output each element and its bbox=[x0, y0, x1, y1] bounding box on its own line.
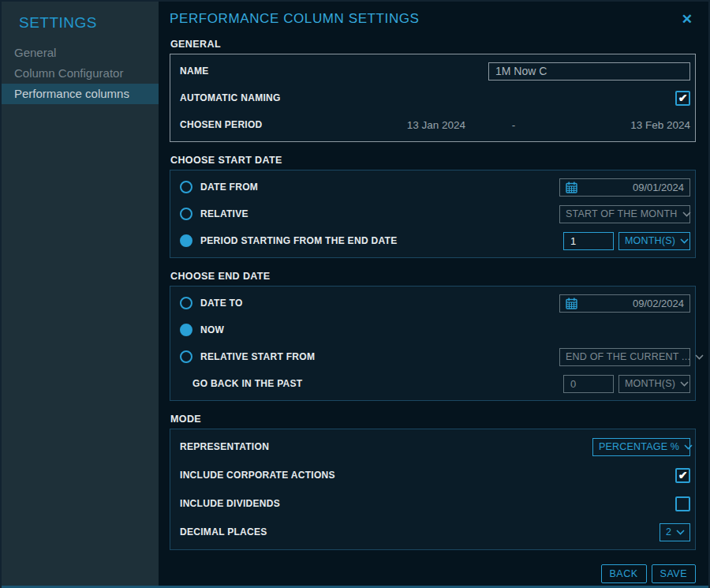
decimal-places-dropdown[interactable]: 2 bbox=[660, 523, 690, 541]
dividends-label: INCLUDE DIVIDENDS bbox=[180, 498, 280, 509]
now-radio[interactable] bbox=[180, 324, 192, 336]
date-from-label: DATE FROM bbox=[200, 182, 258, 193]
section-label-choose-start-date: CHOOSE START DATE bbox=[170, 155, 696, 166]
date-from-value: 09/01/2024 bbox=[633, 182, 684, 193]
sidebar-item-label: General bbox=[14, 46, 56, 59]
row-relative-start-from: RELATIVE START FROM END OF THE CURRENT .… bbox=[170, 343, 695, 370]
section-label-choose-end-date: CHOOSE END DATE bbox=[170, 271, 696, 282]
date-from-radio[interactable] bbox=[180, 181, 192, 193]
chevron-down-icon bbox=[695, 354, 704, 360]
row-relative-start: RELATIVE START OF THE MONTH bbox=[170, 200, 695, 227]
chevron-down-icon bbox=[680, 238, 689, 244]
decimal-places-dropdown-value: 2 bbox=[666, 526, 671, 537]
save-button[interactable]: SAVE bbox=[652, 564, 696, 583]
sidebar-title: SETTINGS bbox=[19, 14, 159, 32]
row-now: NOW bbox=[170, 316, 695, 343]
relative-label: RELATIVE bbox=[200, 208, 248, 219]
name-label: NAME bbox=[180, 66, 209, 77]
period-unit-dropdown[interactable]: MONTH(S) bbox=[618, 232, 690, 250]
row-decimal-places: DECIMAL PLACES 2 bbox=[170, 518, 695, 546]
check-icon: ✔ bbox=[678, 92, 688, 103]
sidebar-item-general[interactable]: General bbox=[2, 43, 159, 63]
section-choose-start-date: DATE FROM 09/01/2024 RELATIVE START OF T… bbox=[170, 170, 696, 258]
automatic-naming-checkbox[interactable]: ✔ bbox=[675, 91, 690, 106]
settings-window: SETTINGS General Column Configurator Per… bbox=[0, 0, 710, 588]
row-chosen-period: CHOSEN PERIOD 13 Jan 2024 - 13 Feb 2024 bbox=[170, 111, 695, 138]
date-to-radio[interactable] bbox=[180, 297, 192, 309]
date-to-input[interactable]: 09/02/2024 bbox=[559, 294, 690, 313]
sidebar: SETTINGS General Column Configurator Per… bbox=[2, 2, 159, 588]
period-end-value: 13 Feb 2024 bbox=[562, 119, 690, 131]
period-separator: - bbox=[470, 119, 557, 131]
row-name: NAME bbox=[170, 58, 695, 84]
row-automatic-naming: AUTOMATIC NAMING ✔ bbox=[170, 84, 695, 111]
period-unit-dropdown-value: MONTH(S) bbox=[625, 235, 675, 246]
chosen-period-label: CHOSEN PERIOD bbox=[180, 119, 263, 130]
chevron-down-icon bbox=[680, 381, 689, 387]
go-back-label: GO BACK IN THE PAST bbox=[192, 378, 302, 389]
sidebar-item-label: Column Configurator bbox=[14, 66, 123, 80]
date-to-label: DATE TO bbox=[200, 298, 243, 309]
representation-label: REPRESENTATION bbox=[180, 441, 269, 452]
go-back-unit-dropdown[interactable]: MONTH(S) bbox=[618, 375, 690, 393]
chevron-down-icon bbox=[684, 444, 693, 450]
panel-header: PERFORMANCE COLUMN SETTINGS ✕ bbox=[170, 2, 696, 36]
row-representation: REPRESENTATION PERCENTAGE % bbox=[170, 433, 695, 461]
date-from-input[interactable]: 09/01/2024 bbox=[559, 178, 690, 197]
name-input[interactable] bbox=[488, 62, 690, 81]
page-title: PERFORMANCE COLUMN SETTINGS bbox=[170, 11, 420, 27]
go-back-count-input[interactable] bbox=[563, 375, 614, 393]
period-count-input[interactable] bbox=[563, 232, 614, 250]
period-starting-label: PERIOD STARTING FROM THE END DATE bbox=[200, 235, 397, 246]
section-label-general: GENERAL bbox=[170, 39, 696, 50]
relative-start-from-dropdown-value: END OF THE CURRENT ... bbox=[566, 351, 690, 362]
relative-start-dropdown-value: START OF THE MONTH bbox=[566, 208, 678, 219]
automatic-naming-label: AUTOMATIC NAMING bbox=[180, 92, 281, 103]
section-mode: REPRESENTATION PERCENTAGE % INCLUDE CORP… bbox=[170, 429, 696, 550]
back-button[interactable]: BACK bbox=[601, 564, 647, 583]
sidebar-item-column-configurator[interactable]: Column Configurator bbox=[2, 63, 159, 84]
sidebar-item-performance-columns[interactable]: Performance columns bbox=[2, 84, 159, 104]
row-period-starting: PERIOD STARTING FROM THE END DATE MONTH(… bbox=[170, 227, 695, 254]
section-general: NAME AUTOMATIC NAMING ✔ CHOSEN PERIOD 13… bbox=[170, 54, 696, 142]
row-go-back: GO BACK IN THE PAST MONTH(S) bbox=[170, 370, 695, 397]
go-back-unit-dropdown-value: MONTH(S) bbox=[625, 378, 675, 389]
sidebar-item-label: Performance columns bbox=[14, 87, 129, 100]
now-label: NOW bbox=[200, 324, 224, 335]
relative-radio[interactable] bbox=[180, 208, 192, 220]
chevron-down-icon bbox=[682, 212, 691, 217]
date-to-value: 09/02/2024 bbox=[633, 298, 684, 309]
close-icon[interactable]: ✕ bbox=[678, 13, 696, 26]
period-start-value: 13 Jan 2024 bbox=[337, 119, 465, 131]
calendar-icon bbox=[566, 182, 577, 193]
performance-column-settings-panel: PERFORMANCE COLUMN SETTINGS ✕ GENERAL NA… bbox=[159, 2, 708, 588]
corporate-actions-label: INCLUDE CORPORATE ACTIONS bbox=[180, 470, 335, 481]
check-icon: ✔ bbox=[678, 470, 688, 481]
section-label-mode: MODE bbox=[170, 414, 696, 425]
section-choose-end-date: DATE TO 09/02/2024 NOW RELATIVE START FR… bbox=[170, 286, 696, 401]
dividends-checkbox[interactable] bbox=[675, 496, 690, 511]
chevron-down-icon bbox=[676, 530, 685, 535]
decimal-places-label: DECIMAL PLACES bbox=[180, 526, 267, 537]
relative-start-from-radio[interactable] bbox=[180, 350, 192, 363]
row-date-from: DATE FROM 09/01/2024 bbox=[170, 174, 695, 200]
row-dividends: INCLUDE DIVIDENDS bbox=[170, 489, 695, 518]
relative-start-dropdown[interactable]: START OF THE MONTH bbox=[559, 205, 690, 223]
row-corporate-actions: INCLUDE CORPORATE ACTIONS ✔ bbox=[170, 461, 695, 489]
representation-dropdown[interactable]: PERCENTAGE % bbox=[592, 438, 690, 456]
row-date-to: DATE TO 09/02/2024 bbox=[170, 290, 695, 316]
corporate-actions-checkbox[interactable]: ✔ bbox=[675, 468, 690, 483]
period-starting-radio[interactable] bbox=[180, 234, 192, 247]
relative-start-from-label: RELATIVE START FROM bbox=[200, 351, 315, 362]
relative-start-from-dropdown[interactable]: END OF THE CURRENT ... bbox=[559, 348, 690, 366]
calendar-icon bbox=[566, 298, 577, 309]
representation-dropdown-value: PERCENTAGE % bbox=[599, 441, 679, 452]
footer: BACK SAVE bbox=[170, 556, 696, 583]
